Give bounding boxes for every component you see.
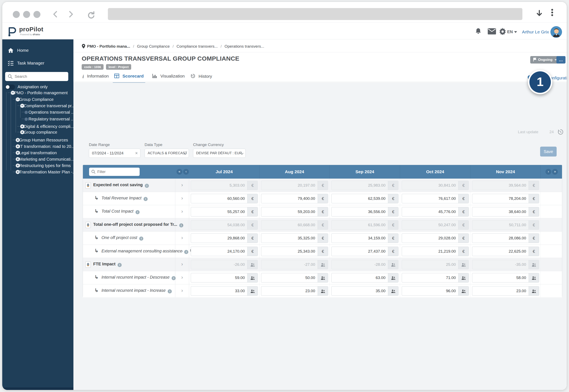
date-range-input[interactable]: 07/2024 - 11/2024 × bbox=[89, 149, 140, 158]
status-dropdown-button[interactable]: Ongoing bbox=[530, 56, 560, 64]
value-cell: 28,086.00€ bbox=[471, 232, 541, 245]
value-readonly: -35.00 bbox=[472, 260, 539, 269]
tree-leaf-dot-icon[interactable] bbox=[25, 111, 28, 114]
value-input[interactable]: 34,159.00€ bbox=[332, 233, 398, 243]
value-input[interactable]: 76,617.00€ bbox=[402, 194, 469, 203]
row-expand-chevron[interactable]: › bbox=[175, 218, 189, 231]
address-bar[interactable] bbox=[108, 8, 522, 20]
info-icon[interactable]: i bbox=[168, 289, 172, 294]
traffic-light-dot[interactable] bbox=[13, 11, 20, 18]
breadcrumb-item[interactable]: PMO - Portfolio mana... bbox=[87, 44, 130, 48]
value-input[interactable]: 29,028.00€ bbox=[402, 233, 469, 243]
value-input[interactable]: 96.00 bbox=[402, 286, 469, 296]
value-input[interactable]: 71.00 bbox=[402, 273, 469, 282]
avatar[interactable] bbox=[550, 26, 562, 38]
value-input[interactable]: 45,776.00€ bbox=[402, 207, 469, 217]
value-input[interactable]: 25,343.00€ bbox=[261, 247, 328, 256]
aggregate-pin-icon[interactable] bbox=[85, 262, 91, 268]
table-filter-input[interactable] bbox=[97, 168, 137, 176]
row-expand-chevron[interactable]: › bbox=[175, 205, 189, 218]
page-last-button[interactable]: » bbox=[552, 169, 558, 175]
aggregate-pin-icon[interactable] bbox=[85, 222, 91, 228]
notifications-bell-icon[interactable] bbox=[474, 28, 482, 36]
sidebar-item-task-manager[interactable]: Task Manager bbox=[2, 59, 73, 68]
value-input[interactable]: 60,560.00€ bbox=[191, 194, 258, 203]
value-input[interactable]: 78,204.00€ bbox=[472, 194, 539, 203]
info-icon[interactable]: i bbox=[139, 237, 143, 241]
page-prev-button[interactable]: ‹ bbox=[183, 169, 189, 175]
value-input[interactable]: 22,625.00€ bbox=[472, 247, 539, 256]
tree-connector-line bbox=[8, 93, 10, 93]
row-expand-chevron[interactable]: › bbox=[175, 284, 189, 297]
value-input[interactable]: 24,170.00€ bbox=[191, 247, 258, 256]
value-input[interactable]: 79,400.00€ bbox=[261, 194, 328, 203]
value-input[interactable]: 21,219.00€ bbox=[402, 247, 469, 256]
info-icon[interactable]: i bbox=[143, 197, 148, 201]
value-input[interactable]: 63.00 bbox=[332, 273, 398, 282]
sidebar-item-home[interactable]: Home bbox=[2, 46, 73, 55]
info-icon[interactable]: i bbox=[118, 263, 122, 267]
search-input[interactable] bbox=[14, 72, 66, 81]
row-expand-chevron[interactable]: › bbox=[175, 271, 189, 284]
tab-information[interactable]: i Information bbox=[83, 74, 109, 82]
value-input[interactable]: 35.00 bbox=[332, 286, 398, 296]
cell-value: 96.00 bbox=[446, 286, 456, 295]
page-next-button[interactable]: › bbox=[545, 169, 551, 175]
row-expand-chevron[interactable]: › bbox=[175, 179, 189, 192]
tab-visualization[interactable]: Visualization bbox=[152, 74, 185, 82]
row-label: Total Revenue Impacti bbox=[101, 196, 148, 201]
info-icon[interactable]: i bbox=[136, 210, 140, 214]
row-expand-chevron[interactable]: › bbox=[175, 245, 189, 258]
tree-connector-line bbox=[13, 99, 15, 99]
value-input[interactable]: 36,556.00€ bbox=[332, 207, 398, 217]
data-type-select[interactable]: ACTUALS & FORECAST bbox=[145, 149, 189, 158]
value-input[interactable]: 62,539.00€ bbox=[332, 194, 398, 203]
more-actions-button[interactable]: ... bbox=[556, 56, 566, 64]
messages-mail-icon[interactable] bbox=[488, 28, 496, 35]
tab-scorecard[interactable]: Scorecard bbox=[114, 74, 144, 82]
breadcrumb-item[interactable]: Operations transvers... bbox=[225, 44, 264, 48]
value-cell: 62,539.00€ bbox=[330, 192, 400, 205]
user-name[interactable]: Arthur Le Grix bbox=[522, 29, 549, 34]
browser-menu-icon[interactable] bbox=[551, 8, 553, 17]
value-input[interactable]: 50.00 bbox=[261, 273, 328, 282]
value-input[interactable]: 33.00 bbox=[191, 286, 258, 296]
value-readonly: 20,197.00€ bbox=[261, 181, 328, 190]
aggregate-pin-icon[interactable] bbox=[85, 182, 91, 188]
value-input[interactable]: 55,257.00€ bbox=[191, 207, 258, 217]
row-expand-chevron[interactable]: › bbox=[175, 192, 189, 205]
row-expand-chevron[interactable]: › bbox=[175, 258, 189, 271]
settings-gear-icon[interactable] bbox=[499, 28, 506, 36]
value-input[interactable]: 29,868.00€ bbox=[191, 233, 258, 243]
currency-select[interactable]: DEVISE PAR DÉFAUT : EUR bbox=[193, 149, 246, 158]
traffic-light-dot[interactable] bbox=[23, 11, 30, 18]
info-icon[interactable]: i bbox=[145, 184, 149, 188]
language-selector[interactable]: EN bbox=[507, 29, 517, 34]
save-button[interactable]: Save bbox=[540, 147, 557, 156]
refresh-icon[interactable] bbox=[86, 10, 95, 18]
value-input[interactable]: 23.00 bbox=[261, 286, 328, 296]
page-first-button[interactable]: « bbox=[177, 169, 182, 175]
breadcrumb-item[interactable]: Compliance transvers... bbox=[177, 44, 218, 48]
tab-history[interactable]: History bbox=[191, 74, 212, 82]
breadcrumb-item[interactable]: Group Compliance bbox=[137, 44, 169, 48]
row-expand-chevron[interactable]: › bbox=[175, 232, 189, 245]
value-input[interactable]: 58.00 bbox=[472, 273, 539, 282]
value-input[interactable]: 59,203.00€ bbox=[261, 207, 328, 217]
tree-leaf-dot-icon[interactable] bbox=[25, 118, 28, 121]
forward-icon[interactable] bbox=[67, 10, 75, 18]
back-icon[interactable] bbox=[51, 10, 60, 18]
clear-icon[interactable]: × bbox=[135, 149, 138, 157]
value-input[interactable]: 59.00 bbox=[191, 273, 258, 282]
update-history-icon[interactable] bbox=[557, 129, 564, 136]
scorecard-content: Last update 24 Date Range Data Type Chan… bbox=[73, 83, 567, 390]
traffic-light-dot[interactable] bbox=[33, 11, 41, 18]
fte-people-icon bbox=[388, 286, 398, 295]
value-input[interactable]: 38,640.00€ bbox=[472, 207, 539, 217]
value-input[interactable]: 35,325.00€ bbox=[261, 233, 328, 243]
download-icon[interactable] bbox=[535, 9, 544, 19]
value-input[interactable]: 27,437.00€ bbox=[332, 247, 398, 256]
euro-unit-icon: € bbox=[247, 234, 258, 243]
value-input[interactable]: 28,086.00€ bbox=[472, 233, 539, 243]
value-input[interactable]: 23.00 bbox=[472, 286, 539, 296]
